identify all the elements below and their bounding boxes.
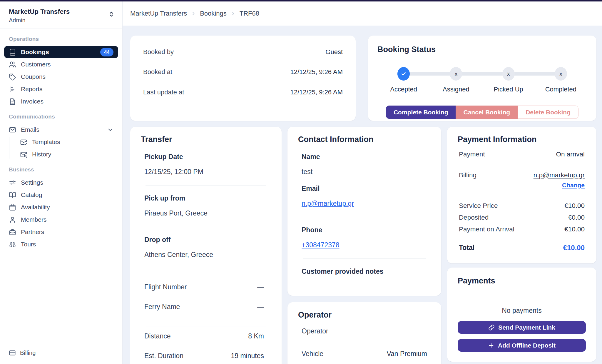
duration-row: Est. Duration 19 minutes — [141, 346, 271, 364]
column-transfer: Transfer Pickup Date 12/15/25, 12:00 PM … — [130, 127, 282, 364]
tag-icon — [9, 73, 16, 81]
billing-email-link[interactable]: n.p@marketup.gr — [534, 171, 585, 179]
column-payment: Payment Information Payment On arrival B… — [447, 127, 596, 362]
name-value: test — [302, 168, 427, 176]
mail-icon — [9, 126, 16, 133]
notes-section: Customer provided notes — — [298, 259, 431, 290]
payment-on-arrival-value: €10.00 — [564, 226, 585, 233]
complete-booking-button[interactable]: Complete Booking — [386, 106, 456, 119]
sidebar-item-catalog[interactable]: Catalog — [4, 189, 118, 201]
sidebar-item-label: Bookings — [21, 49, 49, 56]
sidebar-item-label: Members — [21, 216, 47, 223]
step-pending-marker: x — [507, 71, 510, 77]
bottom-row: Transfer Pickup Date 12/15/25, 12:00 PM … — [130, 127, 596, 364]
breadcrumb-current: TRF68 — [240, 10, 259, 17]
emails-subnav: Templates History — [9, 136, 118, 161]
nav-section-business: Business — [4, 161, 118, 176]
plus-icon — [488, 342, 494, 349]
column-contact: Contact Information Name test Email n.p@… — [287, 127, 441, 364]
deposited-label: Deposited — [459, 214, 489, 221]
status-stepper: Accepted x Assigned x — [377, 67, 587, 93]
sliders-icon — [9, 179, 16, 186]
sidebar-item-availability[interactable]: Availability — [4, 201, 118, 213]
sidebar-item-tours[interactable]: Tours — [4, 238, 118, 251]
payments-card: Payments No payments Send Payment Link — [447, 268, 596, 362]
sidebar-item-settings[interactable]: Settings — [4, 176, 118, 189]
nav-section-operations: Operations — [4, 30, 118, 46]
user-icon — [9, 216, 16, 223]
step-picked-up: x Picked Up — [482, 67, 535, 93]
delete-booking-button[interactable]: Delete Booking — [518, 106, 578, 119]
drop-off-label: Drop off — [144, 236, 267, 244]
duration-label: Est. Duration — [144, 352, 183, 360]
booking-summary-card: Booked by Guest Booked at 12/12/25, 9:26… — [130, 36, 356, 121]
transfer-details: Flight Number — Ferry Name — Distance — [141, 273, 271, 364]
ferry-name-row: Ferry Name — — [141, 297, 271, 317]
file-text-icon — [9, 98, 16, 105]
sidebar-item-emails[interactable]: Emails — [4, 123, 118, 136]
workspace-switcher-button[interactable] — [108, 10, 115, 18]
sidebar-item-label: Catalog — [21, 191, 42, 198]
operator-row: Operator — [298, 320, 431, 342]
service-price-value: €10.00 — [564, 202, 585, 210]
booking-status-title: Booking Status — [377, 45, 587, 54]
sidebar-item-invoices[interactable]: Invoices — [4, 95, 118, 108]
chevron-down-icon[interactable] — [107, 126, 113, 133]
step-assigned-label: Assigned — [443, 86, 469, 93]
breadcrumb-bookings[interactable]: Bookings — [200, 10, 227, 17]
main-area: MarketUp Transfers Bookings TRF68 — [123, 1, 602, 364]
sidebar-nav: Operations Bookings 44 Customers — [0, 29, 122, 344]
pickup-from-section: Pick up from Piraeus Port, Greece — [141, 186, 271, 217]
contact-card: Contact Information Name test Email n.p@… — [287, 127, 441, 296]
price-breakdown: Service Price €10.00 Deposited €0.00 Pay… — [458, 195, 586, 237]
billing-label: Billing — [459, 171, 476, 179]
sidebar-item-billing[interactable]: Billing — [9, 349, 36, 356]
payment-method-value: On arrival — [556, 151, 585, 158]
add-offline-deposit-button[interactable]: Add Offline Deposit — [458, 339, 586, 352]
sidebar-item-reports[interactable]: Reports — [4, 83, 118, 95]
book-open-icon — [9, 191, 16, 199]
operator-title: Operator — [298, 310, 431, 320]
page-header: MarketUp Transfers Bookings TRF68 — [123, 1, 602, 26]
sidebar-footer: Billing — [0, 344, 122, 364]
sidebar-item-members[interactable]: Members — [4, 213, 118, 226]
mail-search-icon — [20, 151, 27, 158]
sidebar-item-label: History — [32, 151, 51, 158]
sidebar-item-partners[interactable]: Partners — [4, 226, 118, 238]
sidebar-item-label: Partners — [21, 228, 44, 236]
chevron-right-icon — [190, 11, 196, 16]
chevrons-up-down-icon — [108, 10, 115, 18]
phone-link[interactable]: +308472378 — [302, 241, 340, 249]
sidebar-item-customers[interactable]: Customers — [4, 58, 118, 71]
workspace-role: Admin — [9, 17, 113, 24]
payment-info-title: Payment Information — [458, 135, 586, 144]
workspace-header[interactable]: MarketUp Transfers Admin — [0, 1, 122, 29]
chevron-right-icon — [230, 11, 236, 16]
sidebar-item-history[interactable]: History — [16, 148, 118, 161]
name-section: Name test — [298, 144, 431, 176]
sidebar: MarketUp Transfers Admin Operations Book… — [0, 1, 123, 364]
users-icon — [9, 61, 16, 68]
total-value: €10.00 — [563, 244, 585, 252]
pickup-from-value: Piraeus Port, Greece — [144, 209, 267, 217]
sidebar-item-bookings[interactable]: Bookings 44 — [4, 46, 118, 58]
contact-title: Contact Information — [298, 135, 431, 144]
step-accepted: Accepted — [377, 67, 430, 93]
sidebar-item-templates[interactable]: Templates — [16, 136, 118, 148]
billing-change-link[interactable]: Change — [562, 182, 585, 189]
sidebar-item-label: Tours — [21, 241, 36, 248]
bar-chart-icon — [9, 86, 16, 93]
breadcrumb-workspace[interactable]: MarketUp Transfers — [130, 10, 187, 17]
drop-off-section: Drop off Athens Center, Greece — [141, 227, 271, 259]
duration-value: 19 minutes — [231, 352, 264, 360]
email-link[interactable]: n.p@marketup.gr — [302, 200, 354, 207]
send-payment-link-button[interactable]: Send Payment Link — [458, 321, 586, 334]
content: Booked by Guest Booked at 12/12/25, 9:26… — [123, 26, 602, 364]
send-payment-link-label: Send Payment Link — [498, 324, 555, 331]
sidebar-item-coupons[interactable]: Coupons — [4, 71, 118, 83]
booked-by-label: Booked by — [143, 48, 174, 56]
last-update-row: Last update at 12/12/25, 9:26 AM — [142, 82, 344, 102]
step-accepted-dot — [397, 67, 410, 81]
mail-check-icon — [20, 138, 27, 146]
cancel-booking-button[interactable]: Cancel Booking — [456, 106, 518, 119]
